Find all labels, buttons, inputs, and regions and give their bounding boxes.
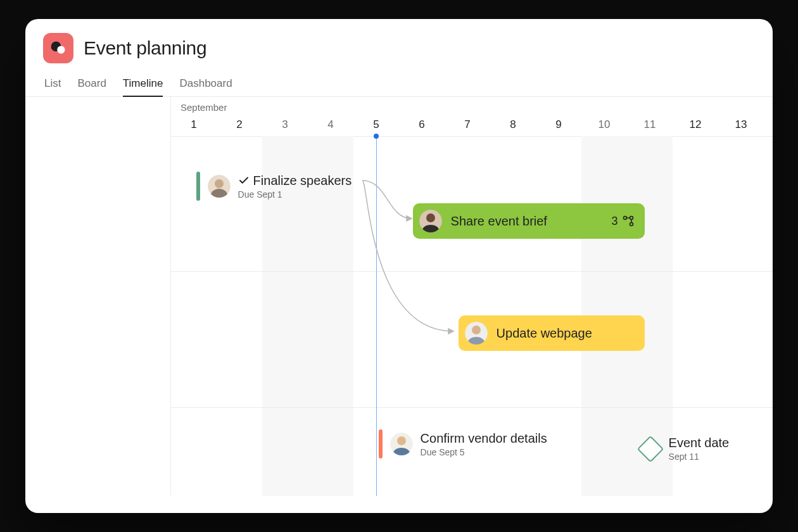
day-11[interactable]: 11 <box>627 118 673 131</box>
assignee-avatar[interactable] <box>465 322 488 345</box>
sections-column <box>25 97 171 496</box>
milestone-date: Sept 11 <box>669 452 730 462</box>
milestone-name: Event date <box>669 436 730 450</box>
assignee-avatar[interactable] <box>419 210 442 232</box>
svg-point-3 <box>215 179 224 188</box>
task-accent-bar <box>196 172 200 201</box>
tab-timeline[interactable]: Timeline <box>123 77 163 96</box>
project-title: Event planning <box>84 37 206 59</box>
milestone-icon <box>636 435 663 462</box>
tab-board[interactable]: Board <box>77 77 106 96</box>
task-name: Finalize speakers <box>238 174 352 188</box>
task-text: Finalize speakers Due Sept 1 <box>238 174 352 200</box>
day-5[interactable]: 5 <box>353 118 399 131</box>
task-text: Confirm vendor details Due Sept 5 <box>421 431 547 457</box>
task-name: Share event brief <box>451 214 603 229</box>
today-line <box>376 136 377 496</box>
svg-point-1 <box>57 46 65 54</box>
task-finalize-speakers[interactable]: Finalize speakers Due Sept 1 <box>196 172 352 201</box>
task-name: Update webpage <box>497 326 592 341</box>
project-icon <box>43 33 73 63</box>
day-7[interactable]: 7 <box>445 118 490 131</box>
today-dot <box>374 134 379 139</box>
milestone-event-date[interactable]: Event date Sept 11 <box>641 436 730 462</box>
chat-bubbles-icon <box>49 39 67 57</box>
tab-list[interactable]: List <box>44 77 61 96</box>
subtasks-icon <box>622 215 635 227</box>
task-accent-bar <box>379 429 383 459</box>
task-due: Due Sept 1 <box>238 189 352 200</box>
svg-point-9 <box>630 223 633 226</box>
milestone-text: Event date Sept 11 <box>669 436 730 462</box>
svg-point-8 <box>630 217 633 220</box>
month-label: September <box>180 102 227 113</box>
day-2[interactable]: 2 <box>217 118 262 131</box>
check-icon <box>238 175 250 186</box>
svg-point-6 <box>426 213 435 222</box>
task-update-webpage[interactable]: Update webpage <box>459 315 645 351</box>
day-12[interactable]: 12 <box>673 118 718 131</box>
project-window: Event planning List Board Timeline Dashb… <box>25 19 773 513</box>
day-6[interactable]: 6 <box>399 118 445 131</box>
day-13[interactable]: 13 <box>718 118 764 131</box>
day-4[interactable]: 4 <box>308 118 353 131</box>
timeline-view: September 1 2 3 4 5 6 7 8 9 10 11 12 13 <box>25 97 773 496</box>
task-share-event-brief[interactable]: Share event brief 3 <box>413 203 645 239</box>
task-due: Due Sept 5 <box>421 447 547 457</box>
day-row: 1 2 3 4 5 6 7 8 9 10 11 12 13 <box>171 118 773 131</box>
assignee-avatar[interactable] <box>390 433 413 455</box>
day-10[interactable]: 10 <box>581 118 627 131</box>
subtask-count: 3 <box>612 215 635 228</box>
svg-point-13 <box>397 436 406 445</box>
svg-point-11 <box>472 326 481 334</box>
task-confirm-vendor-details[interactable]: Confirm vendor details Due Sept 5 <box>379 429 547 459</box>
day-9[interactable]: 9 <box>536 118 581 131</box>
assignee-avatar[interactable] <box>208 175 231 198</box>
tab-dashboard[interactable]: Dashboard <box>179 77 232 96</box>
project-header: Event planning List Board Timeline Dashb… <box>25 19 773 96</box>
svg-point-7 <box>623 217 626 220</box>
day-3[interactable]: 3 <box>262 118 308 131</box>
title-row: Event planning <box>43 33 755 63</box>
view-tabs: List Board Timeline Dashboard <box>43 77 755 96</box>
day-1[interactable]: 1 <box>171 118 217 131</box>
task-name: Confirm vendor details <box>421 431 547 446</box>
day-8[interactable]: 8 <box>490 118 536 131</box>
